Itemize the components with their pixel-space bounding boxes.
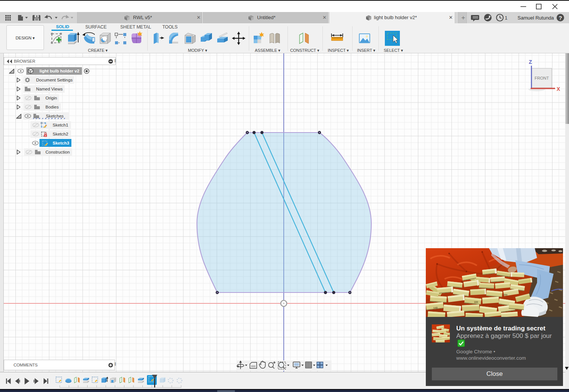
svg-text:100: 100	[433, 306, 437, 309]
svg-text:FRONT: FRONT	[535, 76, 549, 80]
svg-text:Z: Z	[529, 59, 532, 65]
svg-text:1: 1	[505, 15, 507, 21]
svg-text:X: X	[557, 86, 560, 92]
svg-text:Samuel Rutunda: Samuel Rutunda	[518, 15, 554, 21]
svg-text:?: ?	[559, 15, 562, 21]
svg-text:100: 100	[474, 301, 478, 303]
svg-text:100: 100	[503, 293, 508, 296]
